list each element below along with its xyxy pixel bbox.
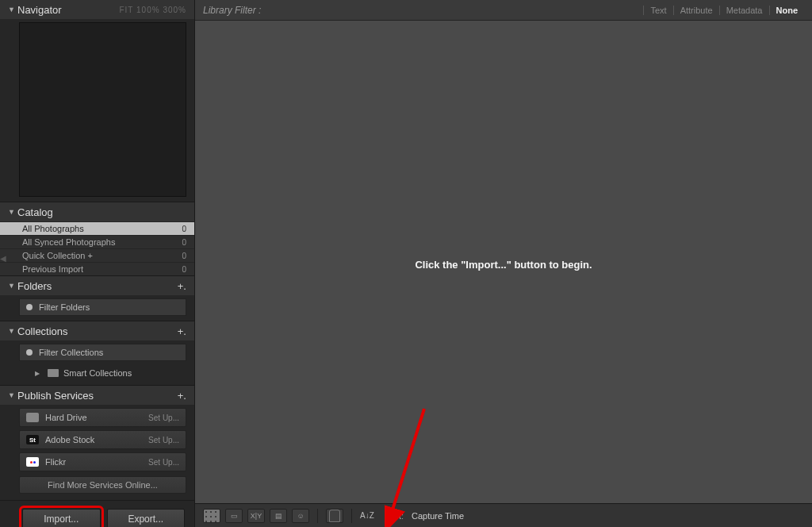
catalog-row-count: 0	[182, 252, 186, 260]
sort-direction-icon[interactable]: A↓Z	[360, 511, 374, 520]
search-icon	[26, 304, 33, 310]
smart-collections-label: Smart Collections	[63, 368, 132, 378]
publish-title: Publish Services	[17, 390, 178, 402]
library-filter-label: Library Filter :	[203, 5, 261, 16]
find-more-services-button[interactable]: Find More Services Online...	[19, 476, 186, 494]
add-collection-icon[interactable]: +.	[178, 325, 186, 337]
add-publish-icon[interactable]: +.	[178, 390, 186, 402]
navigator-header[interactable]: ▼ Navigator FIT 100% 300%	[0, 0, 194, 19]
people-view-icon[interactable]: ☺	[292, 509, 309, 523]
adobe-stock-icon: St	[26, 435, 39, 444]
catalog-row-label: All Photographs	[22, 224, 182, 233]
publish-name: Hard Drive	[45, 413, 148, 422]
folders-title: Folders	[17, 280, 178, 292]
left-panel: ▼ Navigator FIT 100% 300% ▼ Catalog All …	[0, 0, 195, 527]
navigator-preview	[19, 22, 186, 197]
main-area: Library Filter : Text Attribute Metadata…	[195, 0, 812, 527]
publish-setup-link[interactable]: Set Up...	[148, 436, 179, 444]
disclosure-down-icon: ▼	[8, 282, 17, 290]
catalog-row-label: Quick Collection +	[22, 251, 182, 260]
catalog-list: All Photographs 0 All Synced Photographs…	[0, 221, 194, 275]
export-button-label: Export...	[128, 514, 163, 525]
flickr-icon	[26, 457, 39, 467]
import-export-bar: Import... Export...	[0, 501, 194, 527]
publish-setup-link[interactable]: Set Up...	[148, 458, 179, 467]
panel-collapse-icon[interactable]: ◀	[0, 254, 8, 265]
disclosure-down-icon: ▼	[8, 6, 17, 13]
import-button[interactable]: Import...	[22, 509, 101, 527]
sort-value-dropdown[interactable]: Capture Time	[412, 511, 464, 521]
folders-panel: ▼ Folders +. Filter Folders	[0, 276, 194, 321]
publish-name: Flickr	[45, 457, 148, 467]
filter-folders-input[interactable]: Filter Folders	[19, 298, 186, 316]
disclosure-down-icon: ▼	[8, 327, 17, 335]
smart-collections-row[interactable]: ▶ Smart Collections	[0, 366, 194, 380]
library-filter-bar: Library Filter : Text Attribute Metadata…	[195, 0, 812, 21]
catalog-row-count: 0	[182, 225, 186, 233]
navigator-zoom-levels[interactable]: FIT 100% 300%	[119, 6, 186, 14]
catalog-row-label: Previous Import	[22, 264, 182, 274]
publish-body: Hard Drive Set Up... St Adobe Stock Set …	[0, 405, 194, 500]
catalog-row-count: 0	[182, 238, 186, 247]
filter-metadata[interactable]: Metadata	[719, 6, 769, 15]
publish-row-adobe-stock[interactable]: St Adobe Stock Set Up...	[19, 430, 186, 449]
folders-header[interactable]: ▼ Folders +.	[0, 276, 194, 295]
sort-label: Sort:	[385, 511, 404, 521]
collections-panel: ▼ Collections +. Filter Collections ▶ Sm…	[0, 321, 194, 386]
publish-setup-link[interactable]: Set Up...	[148, 414, 179, 422]
loupe-view-icon[interactable]: ▭	[225, 509, 243, 523]
grid-view-icon[interactable]	[203, 509, 220, 523]
disclosure-down-icon: ▼	[8, 208, 17, 216]
filter-collections-label: Filter Collections	[39, 348, 103, 357]
catalog-row-quick-collection[interactable]: Quick Collection + 0	[0, 248, 194, 262]
library-canvas: Click the "Import..." button to begin.	[195, 21, 812, 503]
disclosure-down-icon: ▼	[8, 391, 17, 399]
filter-collections-input[interactable]: Filter Collections	[19, 344, 186, 361]
collections-header[interactable]: ▼ Collections +.	[0, 321, 194, 340]
survey-view-icon[interactable]: ▤	[270, 509, 287, 523]
catalog-row-all-photographs[interactable]: All Photographs 0	[0, 221, 194, 235]
bottom-toolbar: ▭ X|Y ▤ ☺ A↓Z Sort: Capture Time	[195, 503, 812, 527]
app-root: ▼ Navigator FIT 100% 300% ▼ Catalog All …	[0, 0, 812, 527]
publish-header[interactable]: ▼ Publish Services +.	[0, 386, 194, 405]
filter-folders-label: Filter Folders	[39, 302, 90, 312]
import-hint-text: Click the "Import..." button to begin.	[415, 259, 592, 271]
catalog-title: Catalog	[17, 206, 186, 218]
catalog-panel: ▼ Catalog All Photographs 0 All Synced P…	[0, 202, 194, 276]
catalog-row-count: 0	[182, 265, 186, 274]
catalog-header[interactable]: ▼ Catalog	[0, 202, 194, 221]
publish-panel: ▼ Publish Services +. Hard Drive Set Up.…	[0, 386, 194, 501]
collections-body: Filter Collections ▶ Smart Collections	[0, 344, 194, 385]
hard-drive-icon	[26, 413, 39, 422]
add-folder-icon[interactable]: +.	[178, 280, 186, 292]
navigator-title: Navigator	[17, 4, 119, 16]
folder-icon	[48, 369, 59, 377]
import-button-label: Import...	[44, 514, 79, 525]
export-button[interactable]: Export...	[107, 509, 186, 527]
search-icon	[26, 349, 33, 356]
collections-title: Collections	[17, 325, 178, 337]
publish-row-hard-drive[interactable]: Hard Drive Set Up...	[19, 408, 186, 427]
catalog-row-synced[interactable]: All Synced Photographs 0	[0, 235, 194, 248]
filter-attribute[interactable]: Attribute	[673, 6, 719, 15]
navigator-panel: ▼ Navigator FIT 100% 300%	[0, 0, 194, 202]
filter-text[interactable]: Text	[643, 6, 672, 15]
catalog-row-label: All Synced Photographs	[22, 237, 182, 247]
catalog-row-previous-import[interactable]: Previous Import 0	[0, 262, 194, 275]
toolbar-divider	[351, 509, 352, 523]
painter-tool-icon[interactable]	[326, 509, 343, 523]
disclosure-right-icon: ▶	[35, 370, 43, 377]
publish-name: Adobe Stock	[45, 435, 148, 444]
filter-none[interactable]: None	[769, 6, 805, 15]
find-more-label: Find More Services Online...	[48, 480, 158, 490]
compare-view-icon[interactable]: X|Y	[247, 509, 265, 523]
publish-row-flickr[interactable]: Flickr Set Up...	[19, 452, 186, 471]
toolbar-divider	[317, 509, 318, 523]
